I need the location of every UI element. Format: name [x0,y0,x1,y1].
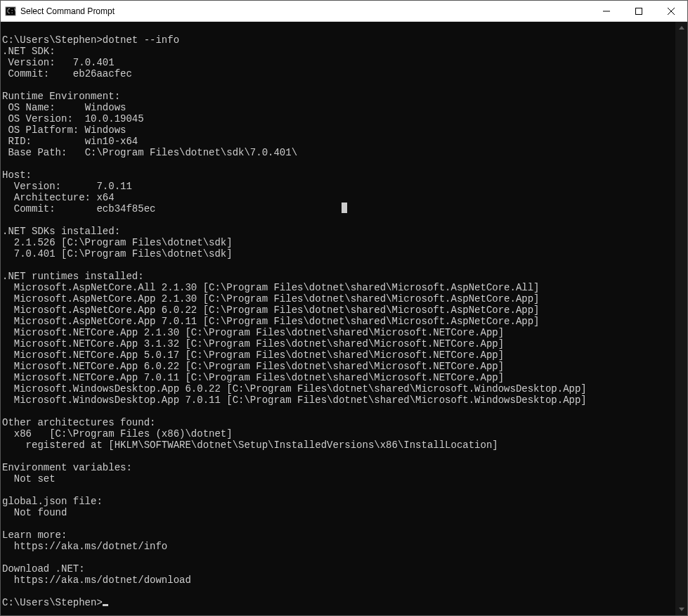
output-line: 2.1.526 [C:\Program Files\dotnet\sdk] [2,237,233,248]
output-line: global.json file: [2,496,103,507]
output-line: Learn more: [2,530,67,541]
maximize-button[interactable] [623,1,655,21]
scroll-up-icon[interactable] [675,22,687,34]
output-line: Environment variables: [2,462,132,473]
output-line: Not set [2,473,56,485]
output-line: Version: 7.0.11 [2,181,132,192]
output-line: Microsoft.NETCore.App 6.0.22 [C:\Program… [2,361,504,372]
output-line: Microsoft.NETCore.App 3.1.32 [C:\Program… [2,338,504,349]
output-line: OS Version: 10.0.19045 [2,113,144,124]
terminal-output[interactable]: C:\Users\Stephen>dotnet --info .NET SDK:… [1,22,675,615]
output-line: x86 [C:\Program Files (x86)\dotnet] [2,428,233,439]
svg-marker-6 [679,26,684,30]
window-controls [590,1,687,21]
output-line: .NET runtimes installed: [2,271,144,282]
output-line: Commit: ecb34f85ec [2,203,155,214]
scroll-down-icon[interactable] [675,603,687,615]
output-line: Host: [2,169,32,181]
output-line: Microsoft.AspNetCore.App 6.0.22 [C:\Prog… [2,304,540,316]
output-line: .NET SDK: [2,46,56,57]
output-line: Download .NET: [2,563,85,575]
output-line: Microsoft.AspNetCore.All 2.1.30 [C:\Prog… [2,282,540,293]
prompt-line: C:\Users\Stephen>dotnet --info [2,34,179,46]
client-area: C:\Users\Stephen>dotnet --info .NET SDK:… [1,22,687,615]
cmd-icon: C:\ [5,6,16,17]
output-line: https://aka.ms/dotnet/download [2,575,191,586]
output-line: Microsoft.AspNetCore.App 2.1.30 [C:\Prog… [2,293,540,304]
output-line: .NET SDKs installed: [2,226,120,237]
svg-rect-3 [636,8,642,14]
output-line: 7.0.401 [C:\Program Files\dotnet\sdk] [2,248,233,259]
output-line: Microsoft.NETCore.App 7.0.11 [C:\Program… [2,372,504,383]
selection-cursor-icon [342,203,347,213]
output-line: Other architectures found: [2,417,155,428]
output-line: registered at [HKLM\SOFTWARE\dotnet\Setu… [2,439,498,451]
prompt-line: C:\Users\Stephen> [2,597,108,608]
output-line: OS Name: Windows [2,102,126,113]
minimize-button[interactable] [590,1,623,21]
window-title: Select Command Prompt [20,6,590,16]
output-line: Architecture: x64 [2,192,115,203]
output-line: Microsoft.WindowsDesktop.App 7.0.11 [C:\… [2,394,587,406]
cursor-icon [103,604,108,606]
output-line: Microsoft.NETCore.App 5.0.17 [C:\Program… [2,349,504,361]
output-line: Not found [2,507,67,518]
output-line: OS Platform: Windows [2,124,126,136]
output-line: RID: win10-x64 [2,136,138,147]
output-line: Microsoft.WindowsDesktop.App 6.0.22 [C:\… [2,383,587,394]
output-line: Base Path: C:\Program Files\dotnet\sdk\7… [2,147,297,158]
output-line: Microsoft.AspNetCore.App 7.0.11 [C:\Prog… [2,316,540,327]
output-line: Version: 7.0.401 [2,57,115,68]
svg-text:C:\: C:\ [7,8,16,15]
output-line: https://aka.ms/dotnet/info [2,541,167,552]
output-line: Commit: eb26aacfec [2,68,132,79]
svg-marker-7 [679,608,684,611]
close-button[interactable] [655,1,687,21]
output-line: Runtime Environment: [2,91,120,102]
output-line: Microsoft.NETCore.App 2.1.30 [C:\Program… [2,327,504,338]
titlebar[interactable]: C:\ Select Command Prompt [1,1,687,22]
scrollbar[interactable] [675,22,687,615]
